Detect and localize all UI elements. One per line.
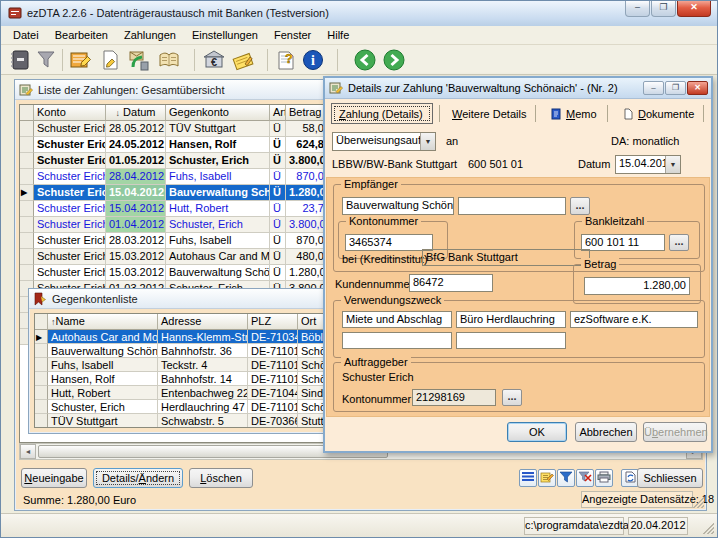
loeschen-button[interactable]: Löschen [189,468,253,488]
tab-zahlung-details[interactable]: Zahlung (Details) [331,103,433,124]
counteraccount-row[interactable]: TÜV Stuttgart Schwabstr. 5 DE-70366 Stut… [35,414,334,428]
dialog-close-button[interactable]: ✕ [687,81,708,95]
counteraccounts-window-titlebar[interactable]: Gegenkontenliste [29,289,340,309]
row-marker [35,386,48,400]
import-payments-icon[interactable] [127,48,151,72]
calculator-notes-icon[interactable] [231,48,255,72]
help-icon[interactable]: ? [274,48,298,72]
edit-document-icon[interactable] [98,48,122,72]
row-marker [35,358,48,372]
filter-on-icon[interactable] [557,469,575,487]
kontonummer-input[interactable]: 3465374 [345,234,433,251]
filter-off-icon[interactable] [576,469,594,487]
verwendungszweck-1-input[interactable]: Miete und Abschlag [342,311,452,328]
dropdown-arrow-icon[interactable]: ▼ [420,133,435,150]
sum-status: Summe: 1.280,00 Euro [23,494,136,506]
dropdown-arrow-icon[interactable]: ▼ [665,156,680,173]
column-header-datum[interactable]: ↓ Datum [106,105,166,121]
address-book-icon[interactable] [8,48,32,72]
info-icon[interactable]: i [301,48,325,72]
dialog-title: Details zur Zahlung 'Bauverwaltung Schön… [348,82,618,94]
titlebar[interactable]: ezDTA 2.2.6 - Datenträgeraustausch mit B… [1,1,717,26]
auftraggeber-lookup-button[interactable]: ... [502,389,522,406]
counteraccount-row[interactable]: Autohaus Car and More Hanns-Klemm-Str. 2… [35,330,334,344]
own-bank-code: 600 501 01 [468,158,523,170]
bei-kreditinstitut-label: bei (Kreditinstitut) [342,253,428,265]
application-window: ezDTA 2.2.6 - Datenträgeraustausch mit B… [0,0,718,538]
navigate-back-icon[interactable] [353,48,377,72]
counteraccount-row[interactable]: Schuster, Erich Herdlauchring 47 DE-7110… [35,400,334,414]
row-marker [35,400,48,414]
tab-weitere-details[interactable]: Weitere Details [445,103,533,124]
bank-accounts-icon[interactable]: € [202,48,226,72]
empfaenger-name-input[interactable]: Bauverwaltung Schönaich [342,197,454,215]
row-marker [35,414,48,428]
verwendungszweck-2-input[interactable]: Büro Herdlauchring [456,311,566,328]
details-aendern-button[interactable]: Details/Ändern [93,468,183,488]
empfaenger-name2-input[interactable] [458,197,566,215]
edit-record-icon[interactable] [538,469,556,487]
navigate-forward-icon[interactable] [382,48,406,72]
menu-item[interactable]: Datei [5,27,47,43]
filter-icon[interactable] [34,48,58,72]
counteraccount-row[interactable]: Hansen, Rolf Bahnhofstr. 14 DE-71101 Sch… [35,372,334,386]
column-header-konto[interactable]: Konto [34,105,106,121]
empfaenger-lookup-button[interactable]: ... [570,197,590,215]
datum-label: Datum [578,158,610,170]
resize-grip[interactable] [691,495,704,508]
payment-type-select[interactable]: Überweisungsauftrag ▼ [332,132,436,151]
abbrechen-button[interactable]: Abbrechen [575,422,637,442]
bankleitzahl-input[interactable]: 600 101 11 [581,234,665,251]
counteraccounts-window-icon [33,292,47,306]
restore-button[interactable]: ❐ [651,1,676,17]
app-icon [8,6,22,20]
print-icon[interactable] [595,469,613,487]
dialog-titlebar[interactable]: Details zur Zahlung 'Bauverwaltung Schön… [325,78,711,99]
schliessen-button[interactable]: Schliessen [637,468,703,488]
scroll-left-arrow[interactable]: ◄ [20,444,36,459]
row-marker [35,344,48,358]
row-marker [20,249,34,265]
minimize-button[interactable]: – [625,1,650,17]
column-header-gegenkonto[interactable]: Gegenkonto [166,105,270,121]
row-marker [20,169,34,185]
menu-item[interactable]: Fenster [266,27,319,43]
tab-memo[interactable]: Memo [543,103,604,124]
column-header-name[interactable]: ↑Name [48,314,158,330]
datum-select[interactable]: 15.04.2012 ▼ [615,155,681,174]
tab-dokumente[interactable]: Dokumente [615,103,701,124]
menu-item[interactable]: Hilfe [319,27,357,43]
memo-icon [550,108,562,120]
resize-grip[interactable] [701,521,714,534]
auftraggeber-group: Auftraggeber Schuster Erich Kontonummer … [333,362,705,412]
edit-payment-list-icon[interactable] [69,48,93,72]
neueingabe-button[interactable]: Neueingabe [21,468,87,488]
list-view-icon[interactable] [519,469,537,487]
menu-item[interactable]: Zahlungen [116,27,184,43]
bankleitzahl-lookup-button[interactable]: ... [669,234,689,251]
menu-item[interactable]: Bearbeiten [47,27,116,43]
dialog-minimize-button[interactable]: – [643,81,664,95]
kundennummer-input[interactable]: 86472 [409,274,493,292]
uebernehmen-button[interactable]: Übernehmen [643,422,707,442]
ok-button[interactable]: OK [507,422,567,442]
counteraccount-row[interactable]: Bauverwaltung Schönaich Bahnhofstr. 36 D… [35,344,334,358]
counteraccount-row[interactable]: Fuhs, Isabell Teckstr. 4 DE-71101 Schöna… [35,358,334,372]
column-header-art[interactable]: Art [270,105,286,121]
browse-payments-icon[interactable] [157,48,181,72]
verwendungszweck-4-input[interactable] [342,332,452,349]
close-button[interactable]: ✕ [677,1,711,17]
toolbar-separator [194,49,195,71]
svg-text:i: i [311,53,315,68]
auftraggeber-kontonummer-field: 21298169 [412,389,496,406]
betrag-input[interactable]: 1.280,00 [584,277,690,295]
verwendungszweck-3-input[interactable]: ezSoftware e.K. [570,311,698,328]
record-count-status: Angezeigte Datensätze: 18 [581,491,693,508]
column-header-adresse[interactable]: Adresse [158,314,248,330]
column-header-plz[interactable]: PLZ [248,314,298,330]
menu-item[interactable]: Einstellungen [184,27,266,43]
verwendungszweck-5-input[interactable] [456,332,566,349]
da-interval-label: DA: monatlich [611,135,679,147]
counteraccount-row[interactable]: Hutt, Robert Entenbachweg 22 DE-71044 Si… [35,386,334,400]
dialog-maximize-button[interactable]: ❐ [665,81,686,95]
